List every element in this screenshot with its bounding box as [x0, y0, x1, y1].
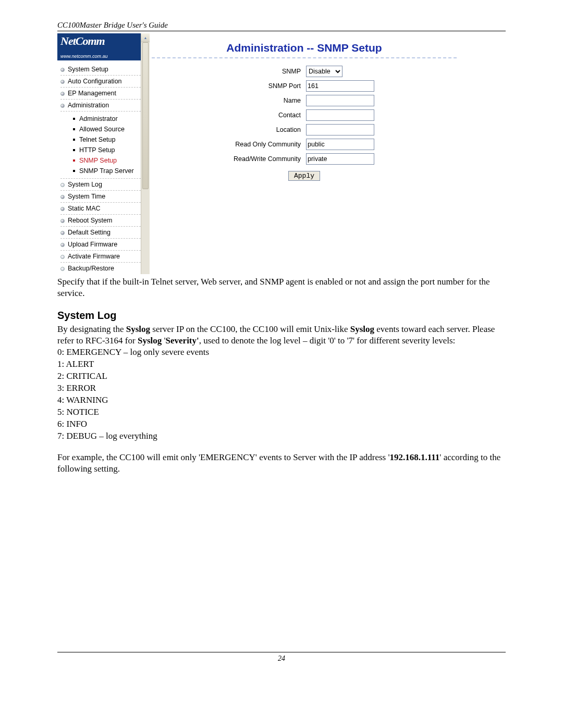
label-snmp: SNMP [150, 68, 306, 75]
page-number: 24 [278, 655, 285, 662]
rw-community-input[interactable] [306, 153, 374, 165]
p3-b: 192.168.1.111 [389, 452, 439, 462]
label-ro-community: Read Only Community [150, 141, 306, 148]
nav-telnet-setup[interactable]: Telnet Setup [73, 134, 141, 145]
p3-a: For example, the CC100 will emit only 'E… [57, 452, 389, 462]
nav-administrator[interactable]: Administrator [73, 114, 141, 124]
label-contact: Contact [150, 112, 306, 119]
nav-allowed-source[interactable]: Allowed Source [73, 124, 141, 134]
nav-upload-firmware[interactable]: Upload Firmware [60, 239, 141, 251]
router-ui-screenshot: NetComm www.netcomm.com.au System Setup … [57, 33, 459, 274]
snmp-port-input[interactable] [306, 80, 374, 92]
nav-system-log[interactable]: System Log [60, 179, 141, 191]
ro-community-input[interactable] [306, 139, 374, 150]
label-snmp-port: SNMP Port [150, 82, 306, 90]
paragraph-3: For example, the CC100 will emit only 'E… [57, 452, 506, 475]
nav-admin-submenu: Administrator Allowed Source Telnet Setu… [60, 112, 141, 179]
level-0: 0: EMERGENCY – log only severe events [57, 347, 506, 359]
snmp-select[interactable]: Disable [306, 66, 342, 77]
level-7: 7: DEBUG – log everything [57, 430, 506, 442]
level-1: 1: ALERT [57, 359, 506, 371]
apply-button[interactable]: Apply [288, 171, 320, 181]
nav-reboot-system[interactable]: Reboot System [60, 215, 141, 227]
guide-title: CC100Master Bridge User's Guide [57, 21, 506, 31]
logo-block: NetComm www.netcomm.com.au [57, 33, 141, 60]
p2-c: server IP on the CC100, the CC100 will e… [150, 324, 350, 334]
p2-f: Syslog [138, 336, 162, 346]
nav-system-setup[interactable]: System Setup [60, 64, 141, 76]
nav-backup-restore[interactable]: Backup/Restore [60, 263, 141, 274]
label-rw-community: Read/Write Community [150, 155, 306, 163]
nav-tree: System Setup Auto Configuration EP Manag… [57, 60, 141, 274]
nav-static-mac[interactable]: Static MAC [60, 203, 141, 215]
page-footer: 24 [57, 652, 506, 663]
brand-logo: NetComm [60, 34, 138, 47]
p2-i: , used to denote the log level – digit '… [199, 336, 456, 346]
router-main-panel: Administration -- SNMP Setup SNMP Disabl… [150, 33, 459, 274]
scroll-up-icon[interactable]: ▴ [141, 33, 150, 42]
p2-h: Severity' [166, 336, 199, 346]
nav-system-time[interactable]: System Time [60, 191, 141, 203]
p2-g: ' [162, 336, 165, 346]
sidebar-scrollbar[interactable]: ▴ [141, 33, 150, 274]
paragraph-1: Specify that if the built-in Telnet serv… [57, 276, 506, 299]
p2-a: By designating the [57, 324, 126, 334]
nav-ep-management[interactable]: EP Management [60, 88, 141, 100]
level-3: 3: ERROR [57, 382, 506, 394]
level-2: 2: CRITICAL [57, 371, 506, 382]
nav-auto-configuration[interactable]: Auto Configuration [60, 76, 141, 88]
nav-http-setup[interactable]: HTTP Setup [73, 145, 141, 155]
contact-input[interactable] [306, 109, 374, 121]
name-input[interactable] [306, 95, 374, 106]
router-sidebar: NetComm www.netcomm.com.au System Setup … [57, 33, 141, 274]
brand-url: www.netcomm.com.au [60, 54, 108, 59]
level-6: 6: INFO [57, 418, 506, 430]
location-input[interactable] [306, 124, 374, 135]
nav-snmp-trap-server[interactable]: SNMP Trap Server [73, 166, 141, 176]
nav-default-setting[interactable]: Default Setting [60, 227, 141, 239]
nav-snmp-setup[interactable]: SNMP Setup [73, 155, 141, 166]
label-location: Location [150, 126, 306, 133]
paragraph-2: By designating the Syslog server IP on t… [57, 324, 506, 347]
section-heading-system-log: System Log [57, 310, 506, 322]
severity-levels: 0: EMERGENCY – log only severe events 1:… [57, 347, 506, 442]
label-name: Name [150, 97, 306, 104]
nav-administration[interactable]: Administration [60, 100, 141, 112]
p2-d: Syslog [350, 324, 374, 334]
level-5: 5: NOTICE [57, 406, 506, 418]
level-4: 4: WARNING [57, 394, 506, 406]
nav-activate-firmware[interactable]: Activate Firmware [60, 251, 141, 263]
page-title: Administration -- SNMP Setup [152, 33, 457, 58]
scroll-thumb[interactable] [142, 42, 149, 189]
p2-b: Syslog [126, 324, 150, 334]
